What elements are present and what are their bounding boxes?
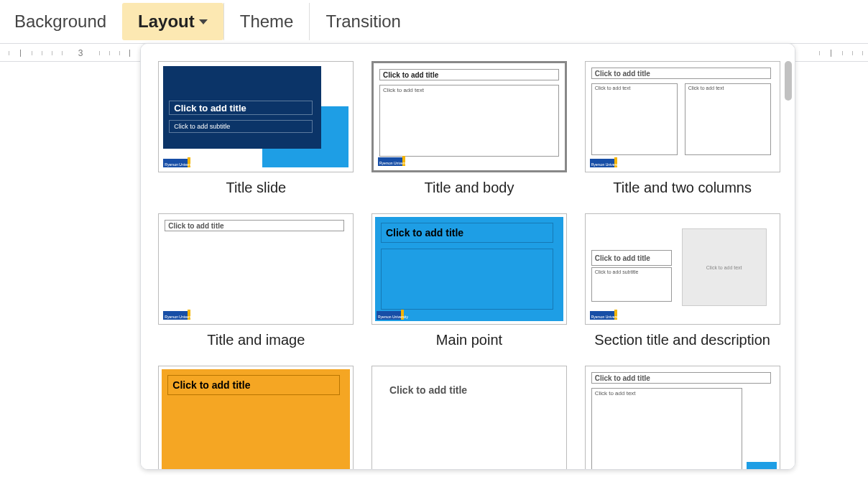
layout-option-two-columns[interactable]: Click to add title Click to add text Cli… bbox=[584, 61, 780, 196]
placeholder-subtitle: Click to add subtitle bbox=[591, 267, 672, 302]
layout-thumb: Click to add title Click to add subtitle… bbox=[158, 61, 354, 172]
logo-text: Ryerson University bbox=[378, 315, 408, 319]
layout-option-title-slide[interactable]: Click to add title Click to add subtitle… bbox=[158, 61, 354, 196]
placeholder-title: Click to add title bbox=[167, 375, 340, 395]
layout-option-title-image[interactable]: Click to add title Ryerson University Ti… bbox=[158, 213, 354, 348]
layout-thumb: Click to add title Click to add text Rye… bbox=[371, 61, 567, 172]
layout-grid: Click to add title Click to add subtitle… bbox=[158, 61, 780, 470]
placeholder-title: Click to add title bbox=[591, 372, 771, 384]
layout-thumb: Click to add title Click to add text Cli… bbox=[585, 61, 780, 172]
placeholder-title: Click to add title bbox=[379, 69, 559, 80]
layout-thumb: Click to add title Click to add text bbox=[585, 366, 780, 470]
transition-menu[interactable]: Transition bbox=[309, 3, 416, 40]
logo-text: Ryerson University bbox=[165, 315, 195, 319]
placeholder-text: Click to add text bbox=[591, 388, 742, 470]
layout-label: Section title and description bbox=[594, 332, 770, 348]
layout-label: Title and image bbox=[207, 332, 305, 348]
layout-option-section-title-desc[interactable]: Click to add title Click to add subtitle… bbox=[584, 213, 780, 348]
placeholder-title: Click to add title bbox=[169, 101, 313, 115]
placeholder-subtitle: Click to add subtitle bbox=[169, 120, 313, 133]
placeholder-text: Click to add text bbox=[682, 228, 767, 306]
format-toolbar: Background Layout Theme Transition bbox=[0, 0, 868, 43]
logo-text: Ryerson University bbox=[591, 163, 622, 167]
logo-text: Ryerson University bbox=[165, 163, 195, 167]
layout-label: Title and body bbox=[425, 180, 514, 196]
logo-text: Ryerson University bbox=[379, 162, 410, 165]
layout-menu-label: Layout bbox=[138, 11, 195, 32]
ruler-number: 3 bbox=[78, 48, 83, 58]
layout-thumb: Click to add title bbox=[158, 366, 354, 470]
placeholder-text: Click to add text bbox=[591, 83, 678, 155]
placeholder-title: Click to add title bbox=[387, 382, 523, 398]
layout-label: Main point bbox=[436, 332, 502, 348]
layout-option-title-body[interactable]: Click to add title Click to add text Rye… bbox=[371, 61, 568, 196]
layout-menu[interactable]: Layout bbox=[122, 3, 223, 40]
layout-option-partial-9[interactable]: Click to add title Click to add text bbox=[584, 366, 780, 470]
placeholder-title: Click to add title bbox=[381, 223, 553, 243]
placeholder-title: Click to add title bbox=[591, 68, 771, 79]
layout-option-orange[interactable]: Click to add title bbox=[158, 366, 354, 470]
placeholder-title: Click to add title bbox=[591, 250, 672, 266]
layout-thumb: Click to add title Click to add subtitle… bbox=[585, 213, 780, 325]
placeholder-title: Click to add title bbox=[165, 220, 344, 231]
layout-dropdown-panel: Click to add title Click to add subtitle… bbox=[140, 43, 795, 470]
theme-menu[interactable]: Theme bbox=[223, 3, 310, 40]
layout-option-main-point[interactable]: Click to add title Ryerson University Ma… bbox=[371, 213, 568, 348]
layout-label: Title and two columns bbox=[613, 180, 752, 196]
placeholder-body bbox=[381, 249, 553, 310]
chevron-down-icon bbox=[199, 19, 208, 24]
logo-text: Ryerson University bbox=[591, 315, 622, 319]
placeholder-text: Click to add text bbox=[379, 85, 559, 157]
layout-thumb: Click to add title bbox=[371, 366, 567, 470]
placeholder-text: Click to add text bbox=[685, 83, 771, 155]
layout-thumb: Click to add title Ryerson University bbox=[371, 213, 567, 325]
background-menu[interactable]: Background bbox=[11, 3, 122, 40]
scrollbar-thumb[interactable] bbox=[785, 61, 792, 101]
layout-label: Title slide bbox=[226, 180, 286, 196]
layout-option-partial-8[interactable]: Click to add title bbox=[371, 366, 568, 470]
layout-thumb: Click to add title Ryerson University bbox=[158, 213, 354, 325]
